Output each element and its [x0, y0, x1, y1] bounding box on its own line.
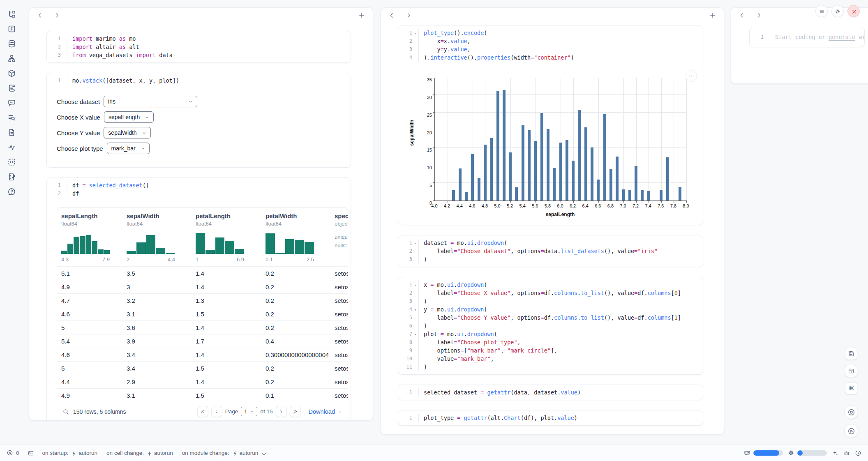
- cell-layout-button[interactable]: [845, 365, 857, 377]
- chevron-left-icon[interactable]: [388, 12, 395, 19]
- column-name[interactable]: petalLength: [196, 212, 261, 219]
- code-line[interactable]: 3 y=y.value,: [398, 45, 703, 53]
- column-name[interactable]: sepalLength: [61, 212, 122, 219]
- chevron-right-icon[interactable]: [405, 12, 412, 19]
- code-line[interactable]: 1▾plot_type().encode(: [398, 29, 703, 37]
- code-line[interactable]: 5 label="Choose Y value", options=df.col…: [398, 313, 703, 322]
- sidebar-chat-bot-icon[interactable]: [7, 99, 16, 107]
- table-cell: setosa: [330, 324, 348, 331]
- code-line[interactable]: 1plot_type = getattr(alt.Chart(df), plot…: [398, 414, 703, 422]
- y-value-select[interactable]: sepalWidth: [104, 127, 150, 138]
- keyboard-shortcuts-button[interactable]: ⌘: [845, 382, 857, 394]
- previous-page-button[interactable]: [211, 406, 222, 417]
- code-line[interactable]: 7▾plot = mo.ui.dropdown(: [398, 330, 703, 338]
- code-line[interactable]: 9 options=["mark_bar", "mark_circle"],: [398, 346, 703, 355]
- sidebar-documentation-icon[interactable]: [7, 128, 16, 137]
- chevron-left-icon[interactable]: [739, 12, 746, 19]
- code-line[interactable]: 6): [398, 322, 703, 330]
- dataset-select[interactable]: iris: [104, 96, 197, 107]
- sidebar-dependency-graph-icon[interactable]: [7, 54, 16, 63]
- fold-chevron-icon[interactable]: ▾: [412, 29, 418, 37]
- code-line[interactable]: 4▾y = mo.ui.dropdown(: [398, 305, 703, 313]
- chart-plot-area[interactable]: 05101520253035: [434, 78, 686, 201]
- run-all-button[interactable]: [844, 424, 858, 438]
- fold-chevron-icon[interactable]: ▾: [412, 239, 418, 247]
- runtime-history-button[interactable]: [855, 450, 861, 456]
- column-name[interactable]: species: [335, 212, 348, 219]
- play-circle-icon: [847, 427, 855, 435]
- fold-chevron-icon[interactable]: ▾: [412, 305, 418, 313]
- empty-code-cell[interactable]: 1 Start coding or generate with: [749, 27, 865, 47]
- add-cell-icon[interactable]: [709, 12, 716, 19]
- sidebar-help-icon[interactable]: [7, 187, 16, 196]
- code-line[interactable]: 2 label="Choose dataset", options=data.l…: [398, 247, 703, 255]
- code-line[interactable]: 3): [398, 297, 703, 305]
- table-cell: 1.4: [192, 351, 261, 358]
- sidebar-scratchpad-icon[interactable]: [7, 173, 16, 181]
- line-number: 3: [398, 255, 412, 263]
- sidebar-database-icon[interactable]: [7, 39, 16, 48]
- editor-placeholder[interactable]: Start coding or generate with: [770, 33, 864, 41]
- code-line[interactable]: 4).interactive().properties(width="conta…: [398, 53, 703, 62]
- code-line[interactable]: 1import marimo as mo: [47, 35, 351, 43]
- notebook-menu-button[interactable]: [815, 5, 828, 17]
- assistant-button[interactable]: [843, 450, 850, 456]
- sidebar-package-icon[interactable]: [7, 69, 16, 78]
- code-line[interactable]: 1▾x = mo.ui.dropdown(: [398, 281, 703, 289]
- page-select[interactable]: 1: [241, 407, 257, 416]
- code-line[interactable]: 3): [398, 255, 703, 263]
- code-line[interactable]: 3from vega_datasets import data: [47, 51, 351, 59]
- add-cell-icon[interactable]: [358, 12, 365, 19]
- column-name[interactable]: petalWidth: [265, 212, 330, 219]
- gridline: [686, 78, 687, 201]
- memory-usage[interactable]: [744, 449, 783, 456]
- x-value-select[interactable]: sepalLength: [104, 111, 154, 123]
- sidebar-script-icon[interactable]: [7, 84, 16, 92]
- table-cell: setosa: [330, 311, 348, 318]
- column-name[interactable]: sepalWidth: [127, 212, 192, 219]
- chevron-left-icon[interactable]: [37, 12, 44, 19]
- interrupt-button[interactable]: [844, 405, 858, 419]
- code-line[interactable]: 1df = selected_dataset(): [47, 181, 351, 189]
- code-line[interactable]: 2 x=x.value,: [398, 37, 703, 45]
- settings-button[interactable]: [831, 5, 844, 17]
- runtime-config-item[interactable]: on cell change:autorun: [106, 450, 173, 456]
- code-line[interactable]: 2df: [47, 189, 351, 198]
- code-line[interactable]: 1▾dataset = mo.ui.dropdown(: [398, 239, 703, 247]
- cpu-usage[interactable]: [788, 449, 827, 456]
- plot-type-select[interactable]: mark_bar: [107, 143, 150, 154]
- line-number: 3: [398, 297, 412, 305]
- ai-assist-button[interactable]: [832, 450, 838, 456]
- code-line[interactable]: 1mo.vstack([dataset, x, y, plot]): [47, 76, 351, 85]
- sidebar-tracing-icon[interactable]: [7, 143, 16, 152]
- sidebar-snippets-icon[interactable]: [7, 158, 16, 166]
- sidebar-logs-icon[interactable]: [7, 113, 16, 122]
- chevron-right-icon[interactable]: [755, 12, 762, 19]
- chevron-right-icon[interactable]: [53, 12, 60, 19]
- first-page-button[interactable]: [197, 406, 208, 417]
- code-line[interactable]: 10 value="mark_bar",: [398, 355, 703, 363]
- sidebar-file-tree-icon[interactable]: [7, 10, 16, 18]
- code-line[interactable]: 2 label="Choose X value", options=df.col…: [398, 289, 703, 297]
- next-page-button[interactable]: [276, 406, 287, 417]
- last-page-button[interactable]: [290, 406, 301, 417]
- code-line[interactable]: 11): [398, 363, 703, 371]
- fold-slot: [412, 53, 418, 62]
- chart-options-button[interactable]: ...: [686, 70, 697, 82]
- generate-link[interactable]: generate: [829, 34, 855, 40]
- chart-bar: [471, 154, 474, 201]
- code-line[interactable]: 8 label="Choose plot type",: [398, 338, 703, 346]
- sidebar-functions-icon[interactable]: [7, 25, 16, 33]
- download-button[interactable]: Download: [309, 408, 343, 415]
- save-button[interactable]: [845, 348, 857, 360]
- code-line[interactable]: 2import altair as alt: [47, 43, 351, 51]
- runtime-config-item[interactable]: on module change:autorun: [182, 450, 265, 456]
- fold-chevron-icon[interactable]: ▾: [412, 281, 418, 289]
- code-line[interactable]: 1selected_dataset = getattr(data, datase…: [398, 388, 703, 396]
- shutdown-button[interactable]: [847, 5, 860, 17]
- runtime-config-item[interactable]: on startup:autorun: [42, 450, 98, 456]
- search-icon[interactable]: [62, 408, 69, 415]
- fold-chevron-icon[interactable]: ▾: [412, 330, 418, 338]
- terminal-button[interactable]: [28, 450, 34, 456]
- errors-indicator[interactable]: 0: [7, 449, 19, 456]
